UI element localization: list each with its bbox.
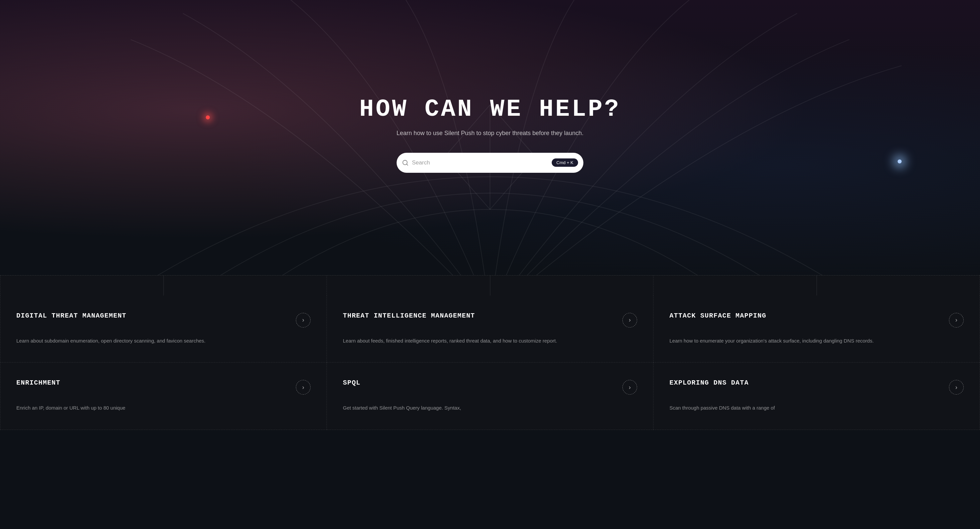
top-lines-row <box>0 275 980 295</box>
card-header: ATTACK SURFACE MAPPING › <box>670 311 964 327</box>
card-title: ENRICHMENT <box>16 378 60 387</box>
glow-dot-left <box>206 115 210 119</box>
cards-section: DIGITAL THREAT MANAGEMENT › Learn about … <box>0 275 980 430</box>
hero-subtitle: Learn how to use Silent Push to stop cyb… <box>396 130 584 137</box>
card-arrow: › <box>949 313 964 327</box>
decorative-arcs <box>0 0 980 275</box>
card-threat-intelligence-management[interactable]: THREAT INTELLIGENCE MANAGEMENT › Learn a… <box>327 295 654 363</box>
card-spql[interactable]: SPQL › Get started with Silent Push Quer… <box>327 362 654 430</box>
card-description: Enrich an IP, domain or URL with up to 8… <box>16 404 310 412</box>
search-input[interactable] <box>412 159 548 166</box>
card-header: SPQL › <box>343 378 637 395</box>
card-enrichment[interactable]: ENRICHMENT › Enrich an IP, domain or URL… <box>0 362 327 430</box>
card-header: THREAT INTELLIGENCE MANAGEMENT › <box>343 311 637 327</box>
top-line-3 <box>654 275 980 295</box>
card-description: Get started with Silent Push Query langu… <box>343 404 637 412</box>
glow-dot-right <box>897 159 902 164</box>
card-header: ENRICHMENT › <box>16 378 310 395</box>
search-container: Cmd + K <box>396 153 584 173</box>
card-arrow: › <box>296 380 310 395</box>
card-description: Scan through passive DNS data with a ran… <box>670 404 964 412</box>
card-arrow: › <box>622 313 637 327</box>
card-header: DIGITAL THREAT MANAGEMENT › <box>16 311 310 327</box>
card-title: EXPLORING DNS DATA <box>670 378 749 387</box>
card-title: THREAT INTELLIGENCE MANAGEMENT <box>343 311 475 320</box>
card-arrow: › <box>296 313 310 327</box>
card-header: EXPLORING DNS DATA › <box>670 378 964 395</box>
search-bar: Cmd + K <box>396 153 584 173</box>
cards-grid: DIGITAL THREAT MANAGEMENT › Learn about … <box>0 295 980 430</box>
card-title: DIGITAL THREAT MANAGEMENT <box>16 311 126 320</box>
card-digital-threat-management[interactable]: DIGITAL THREAT MANAGEMENT › Learn about … <box>0 295 327 363</box>
search-keyboard-shortcut: Cmd + K <box>552 159 578 167</box>
search-icon <box>402 159 409 166</box>
hero-section: HOW CAN WE HELP? Learn how to use Silent… <box>0 0 980 275</box>
card-description: Learn how to enumerate your organization… <box>670 337 964 345</box>
top-line-2 <box>327 275 654 295</box>
card-title: ATTACK SURFACE MAPPING <box>670 311 766 320</box>
top-line-1 <box>0 275 327 295</box>
card-title: SPQL <box>343 378 361 387</box>
card-description: Learn about feeds, finished intelligence… <box>343 337 637 345</box>
card-description: Learn about subdomain enumeration, open … <box>16 337 310 345</box>
card-attack-surface-mapping[interactable]: ATTACK SURFACE MAPPING › Learn how to en… <box>654 295 980 363</box>
card-arrow: › <box>949 380 964 395</box>
svg-line-1 <box>407 164 408 165</box>
page-title: HOW CAN WE HELP? <box>359 96 620 123</box>
card-arrow: › <box>622 380 637 395</box>
card-exploring-dns-data[interactable]: EXPLORING DNS DATA › Scan through passiv… <box>654 362 980 430</box>
